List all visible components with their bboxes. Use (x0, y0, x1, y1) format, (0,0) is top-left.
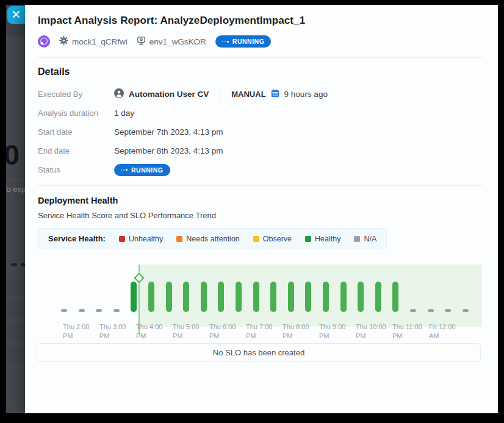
health-bar-healthy[interactable] (358, 282, 364, 312)
deployment-health-subtitle: Service Health Score and SLO Performance… (38, 211, 482, 220)
start-date-value: September 7th 2023, 4:13 pm (114, 127, 223, 137)
calendar-icon (271, 89, 279, 99)
detail-row-executed-by: Executed By Automation User CV MANUAL 9 … (38, 85, 482, 104)
impact-analysis-report-modal: Impact Analysis Report: AnalyzeDeploymen… (25, 5, 498, 413)
legend-label: Needs attention (186, 235, 240, 243)
close-icon (12, 10, 20, 20)
x-tick-label: Thu 11:00PM (392, 322, 422, 341)
health-bar-healthy[interactable] (270, 282, 276, 312)
running-dots-icon (222, 41, 229, 43)
legend-label: N/A (364, 235, 376, 243)
legend-item: Needs attention (176, 235, 240, 243)
trigger-type: MANUAL (231, 90, 265, 99)
x-tick-label: Thu 5:00PM (173, 322, 199, 341)
legend-swatch-icon (354, 236, 360, 242)
health-bar-healthy[interactable] (288, 282, 294, 312)
health-bar-healthy[interactable] (148, 282, 154, 312)
x-tick-label: Thu 10:00PM (356, 322, 386, 341)
legend-label: Unhealthy (129, 235, 163, 243)
health-bar-healthy[interactable] (305, 282, 311, 312)
monitored-service-avatar-icon (38, 35, 50, 48)
executed-time: 9 hours ago (284, 90, 328, 99)
detail-label: Executed By (38, 90, 114, 99)
status-badge-label: RUNNING (131, 166, 164, 174)
environment-icon (137, 36, 146, 47)
detail-row-start-date: Start date September 7th 2023, 4:13 pm (38, 123, 482, 141)
vertical-separator (220, 90, 220, 99)
health-bar-healthy[interactable] (166, 282, 172, 312)
health-bar-na[interactable] (410, 309, 416, 312)
health-bar-na[interactable] (96, 309, 102, 312)
app-background: 0 To expa Impact Analysis Report: Analyz… (6, 5, 498, 413)
legend-item: N/A (354, 235, 376, 243)
no-slo-message: No SLO has been created (213, 348, 304, 357)
status-badge-label: RUNNING (232, 38, 265, 45)
legend-label: Observe (263, 235, 292, 243)
deployment-health-section: Deployment Health Service Health Score a… (25, 186, 498, 362)
health-bar-healthy[interactable] (183, 282, 189, 312)
health-bar-healthy[interactable] (236, 282, 242, 312)
health-chart: Thu 2:00PMThu 3:00PMThu 4:00PMThu 5:00PM… (37, 258, 482, 338)
legend-item: Observe (253, 235, 292, 243)
legend-swatch-icon (305, 236, 311, 242)
x-tick-label: Thu 6:00PM (209, 322, 236, 341)
detail-row-duration: Analysis duration 1 day (38, 104, 482, 123)
gear-icon (59, 36, 68, 47)
running-dots-icon (121, 169, 128, 171)
legend-swatch-icon (253, 236, 259, 242)
x-tick-label: Thu 2:00PM (63, 322, 89, 341)
health-bar-na[interactable] (463, 309, 469, 312)
health-bar-na[interactable] (61, 309, 67, 312)
duration-value: 1 day (114, 108, 134, 118)
health-bar-na[interactable] (113, 309, 120, 312)
environment-name: env1_wGsKOR (149, 37, 206, 46)
modal-header: Impact Analysis Report: AnalyzeDeploymen… (25, 5, 498, 48)
legend-label: Healthy (315, 235, 340, 243)
health-bar-na[interactable] (428, 309, 434, 312)
health-bar-healthy_dark[interactable] (131, 282, 137, 312)
detail-label: Start date (38, 127, 114, 137)
executed-by-user: Automation User CV (129, 90, 209, 99)
legend-item: Unhealthy (119, 235, 163, 243)
health-bar-na[interactable] (79, 309, 85, 312)
status-badge: RUNNING (114, 164, 170, 176)
detail-row-status: Status RUNNING (38, 160, 482, 179)
legend-swatch-icon (119, 236, 125, 242)
modal-title: Impact Analysis Report: AnalyzeDeploymen… (38, 15, 482, 27)
service-health-legend: Service Health: UnhealthyNeeds attention… (38, 228, 387, 249)
health-bar-healthy[interactable] (375, 282, 381, 312)
health-bar-healthy[interactable] (392, 282, 398, 312)
detail-row-end-date: End date September 8th 2023, 4:13 pm (38, 141, 482, 160)
environment-chip: env1_wGsKOR (137, 36, 206, 47)
service-name: mock1_qCRfwi (72, 37, 128, 46)
legend-swatch-icon (176, 236, 182, 242)
health-bar-healthy[interactable] (340, 282, 347, 312)
health-bar-healthy[interactable] (201, 282, 207, 312)
health-bar-healthy[interactable] (218, 282, 224, 312)
legend-title: Service Health: (48, 234, 106, 243)
x-tick-label: Thu 8:00PM (283, 322, 309, 341)
x-tick-label: Thu 3:00PM (99, 322, 126, 341)
detail-label: End date (38, 146, 114, 155)
user-icon (114, 88, 124, 100)
modal-meta-row: mock1_qCRfwi env1_wGsKOR RUNNING (38, 35, 482, 48)
detail-label: Analysis duration (38, 108, 114, 118)
x-tick-label: Thu 4:00PM (136, 322, 162, 341)
close-button[interactable] (7, 6, 25, 24)
x-tick-label: Thu 9:00PM (319, 322, 345, 341)
detail-label: Status (38, 165, 114, 174)
background-skeleton-dash (11, 263, 17, 266)
legend-item: Healthy (305, 235, 340, 243)
details-section: Details Executed By Automation User CV M… (25, 58, 498, 185)
background-big-number: 0 (6, 140, 20, 169)
health-bar-na[interactable] (445, 309, 451, 312)
x-tick-label: Fri 12:00AM (429, 322, 455, 341)
service-chip: mock1_qCRfwi (59, 36, 128, 47)
status-badge: RUNNING (215, 35, 272, 48)
health-bar-healthy[interactable] (323, 282, 329, 312)
health-bar-healthy[interactable] (253, 282, 259, 312)
x-tick-label: Thu 7:00PM (246, 322, 272, 341)
deployment-health-heading: Deployment Health (38, 196, 482, 205)
no-slo-banner: No SLO has been created (37, 343, 481, 362)
details-heading: Details (38, 66, 482, 77)
